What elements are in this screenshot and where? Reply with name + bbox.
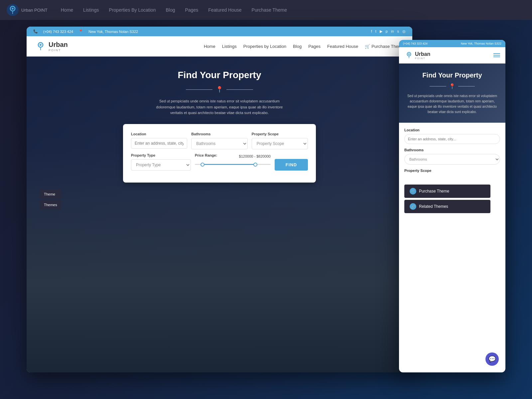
desktop-nav-links: Home Listings Properties by Location Blo… [204,43,404,49]
property-type-select[interactable]: Property Type [131,159,191,171]
browser-nav-home[interactable]: Home [61,7,73,13]
mobile-search-form: Location Bathrooms Bathrooms Property Sc… [399,123,505,182]
urban-point-logo-icon [7,4,19,16]
mobile-nav: Urban POINT [399,47,505,64]
mobile-divider-right [458,86,475,86]
hero-divider: 📍 [150,86,289,93]
theme-tab[interactable]: Theme [40,190,61,199]
nav-featured-house[interactable]: Featured House [327,44,358,49]
mobile-urban-text: Urban [415,51,430,57]
slider-thumb-min[interactable] [200,163,204,167]
purchase-theme-dropdown-btn[interactable]: 🛒 Purchase Theme [404,185,490,198]
location-field: Location [131,132,187,149]
left-sidebar-tabs: Theme Themes [40,190,61,209]
find-button[interactable]: FIND [275,159,308,171]
mobile-info-bar: (+04) 743 323 424 New Yok, Thomas Nolan … [399,40,505,47]
browser-nav-featured[interactable]: Featured House [208,7,241,13]
chat-button[interactable]: 💬 [485,352,499,366]
hamburger-line-2 [493,55,500,56]
mobile-hero-title: Find Your Property [406,71,499,79]
mobile-address: New Yok, Thomas Nolan S322 [461,42,501,45]
price-range-slider[interactable] [195,161,271,168]
desktop-hero: Find Your Property 📍 Sed ut perspiciatis… [27,57,412,372]
slider-fill [202,164,256,165]
desktop-search-form: Location Bathrooms Bathrooms Property Sc… [123,124,316,183]
twitter-icon: t [375,29,376,34]
browser-nav: Home Listings Properties By Location Blo… [61,7,287,13]
mobile-hero-divider: 📍 [406,83,499,89]
mobile-logo-texts: Urban POINT [415,51,430,60]
browser-logo: Urban POINT [7,4,48,16]
mobile-hero-desc: Sed ut perspiciatis unde omnis iste natu… [406,93,499,115]
search-row-2: Property Type Property Type Price Range:… [131,153,308,171]
mobile-logo: Urban POINT [404,51,430,60]
hero-title: Find Your Property [150,70,289,80]
mobile-bathrooms-label: Bathrooms [404,148,500,152]
desktop-logo-icon [35,40,47,52]
chat-icon: 💬 [488,355,496,363]
nav-purchase-theme-button[interactable]: 🛒 Purchase Theme [365,44,404,49]
browser-nav-pages[interactable]: Pages [185,7,198,13]
related-themes-btn-label: Related Themes [419,204,448,209]
instagram-icon: ◎ [402,29,406,34]
mobile-bathrooms-select[interactable]: Bathrooms [404,154,500,165]
desktop-main-nav: Urban POINT Home Listings Properties by … [27,36,412,57]
browser-nav-purchase[interactable]: Purchase Theme [252,7,287,13]
hero-description: Sed ut perspiciatis unde omnis iste natu… [150,98,289,116]
themes-tab[interactable]: Themes [40,200,61,209]
property-scope-select[interactable]: Property Scope [252,138,308,149]
divider-line-right [226,89,253,90]
purchase-theme-btn-label: Purchase Theme [419,189,449,194]
location-input[interactable] [131,138,187,149]
linkedin-icon: in [391,29,394,34]
hamburger-menu[interactable] [493,53,500,57]
price-range-label: Price Range: [195,153,217,157]
hero-building-bg [27,151,412,372]
desktop-logo: Urban POINT [35,40,68,52]
nav-listings[interactable]: Listings [222,44,237,49]
bathrooms-label: Bathrooms [191,132,247,136]
mobile-dropdown-overlay: 🛒 Purchase Theme 🔗 Related Themes [399,182,505,218]
related-themes-dropdown-btn[interactable]: 🔗 Related Themes [404,200,490,213]
hamburger-line-3 [493,57,500,57]
bathrooms-field: Bathrooms Bathrooms [191,132,247,149]
svg-point-8 [404,51,414,60]
mobile-pin-icon: 📍 [449,83,456,89]
mobile-property-scope-label: Property Scope [404,169,500,173]
nav-pages[interactable]: Pages [308,44,321,49]
mobile-point-text: POINT [415,57,430,60]
bathrooms-select[interactable]: Bathrooms [191,138,247,149]
nav-blog[interactable]: Blog [293,44,302,49]
nav-properties-location[interactable]: Properties by Location [243,44,286,49]
mobile-logo-icon [404,51,414,60]
browser-nav-listings[interactable]: Listings [83,7,99,13]
hero-content: Find Your Property 📍 Sed ut perspiciatis… [150,70,289,116]
mobile-location-field: Location [404,128,500,144]
svg-point-0 [7,4,19,16]
browser-nav-properties[interactable]: Properties By Location [109,7,156,13]
facebook-icon: f [371,29,372,34]
svg-point-10 [408,54,410,55]
desktop-logo-text: Urban POINT [49,41,68,52]
browser-bar: Urban POINT Home Listings Properties By … [0,0,532,20]
browser-nav-blog[interactable]: Blog [166,7,175,13]
property-scope-field: Property Scope Property Scope [252,132,308,149]
logo-point: POINT [49,49,68,52]
search-row-1: Location Bathrooms Bathrooms Property Sc… [131,132,308,149]
mobile-location-input[interactable] [404,134,500,144]
mobile-hero: Find Your Property 📍 Sed ut perspiciatis… [399,64,505,123]
pinterest-icon: p [386,29,388,34]
property-type-field: Property Type Property Type [131,153,191,171]
property-scope-label: Property Scope [252,132,308,136]
slider-thumb-max[interactable] [253,163,257,167]
mobile-divider-left [430,86,446,86]
divider-line-left [186,89,212,90]
hamburger-line-1 [493,53,500,54]
youtube-icon: ▶ [380,29,382,34]
mobile-mockup: (+04) 743 323 424 New Yok, Thomas Nolan … [399,40,505,372]
nav-home[interactable]: Home [204,44,215,49]
location-label: Location [131,132,187,136]
browser-logo-text: Urban POINT [21,8,48,13]
related-themes-icon: 🔗 [410,203,416,210]
mobile-phone: (+04) 743 323 424 [403,42,428,45]
